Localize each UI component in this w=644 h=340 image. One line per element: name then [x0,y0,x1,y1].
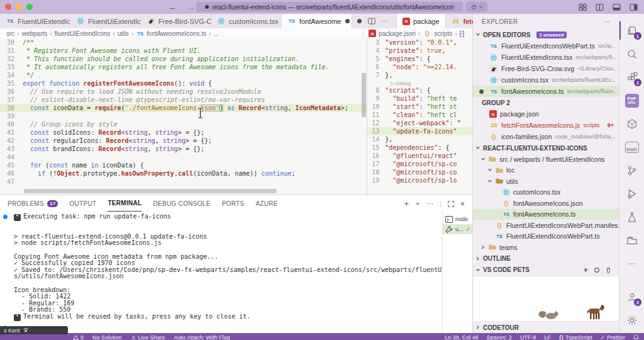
code-line-19[interactable]: 19 "@microsoft/sp-lo [367,176,472,184]
code-line-10[interactable]: 10 "start": "heft st [367,103,472,111]
terminal-output[interactable]: *Executing task: npm run update-fa-icons… [0,212,442,333]
code-editor-fontawesomeicons[interactable]: 30/**31 * Registers Font Awesome icons w… [0,38,367,195]
split-editor-icon[interactable] [596,4,604,11]
warning-count[interactable]: 0 [73,333,84,340]
project-section-header[interactable]: REACT-FLUENTUI-EXTEND-ICONS [473,142,619,154]
command-decoration-icon[interactable] [3,215,8,219]
code-line-17[interactable]: 17 "@microsoft/sp-co [367,160,472,168]
open-editor-item[interactable]: TSFluentUiExtendIconsWebPart.tssrc/we... [473,40,619,52]
status-eol[interactable]: LF [544,333,551,340]
activitybar-more[interactable]: ⋯ [619,252,644,275]
code-line-18[interactable]: 18 "@microsoft/sp-co [367,168,472,176]
zoom-window-button[interactable] [26,4,33,10]
code-line-43[interactable]: 43 const brandIcons: Record<string, stri… [0,145,367,153]
activitybar-folders[interactable] [619,229,644,252]
breadcrumb-item[interactable]: package.json [379,30,416,37]
status-auto-attach[interactable]: Auto Attach: With Flag [174,333,230,340]
code-editor-packagejson[interactable]: 3"version": "0.0.1",4"private": true,5"e… [367,38,472,195]
breadcrumb-item[interactable]: webparts [22,30,48,37]
open-editor-item[interactable]: customIcons.tsxsrc/webparts/fluentUiEx..… [473,74,619,86]
code-line-8[interactable]: 8"scripts": { [367,86,472,94]
breadcrumb-item[interactable]: utils [118,30,129,37]
pets-panel[interactable] [473,276,619,322]
code-line-31[interactable]: 31 * Registers Font Awesome icons with F… [0,47,367,55]
status-indentation[interactable]: Spaces: 2 [487,333,512,340]
activitybar-extensions[interactable]: 1 [619,65,644,89]
status-no-solution[interactable]: No Solution [92,333,122,340]
breadcrumb-item[interactable]: scripts [434,30,452,37]
toggle-sidebar-icon[interactable] [630,4,638,11]
tree-item[interactable]: TSfontAwesomeIcons.ts [473,209,619,220]
code-line-12[interactable]: 12 "eject-webpack": " [367,119,472,127]
maximize-panel-icon[interactable] [448,201,454,207]
add-pet-icon[interactable]: + [583,267,588,273]
code-line-5[interactable]: 5"engines": { [367,55,472,63]
tree-item[interactable]: customIcons.tsx [473,187,619,198]
code-line-15[interactable]: 15"dependencies": { [367,144,472,152]
panel-tab-ports[interactable]: PORTS [222,195,245,212]
code-line-9[interactable]: 9 "build": "heft te [367,94,472,103]
code-line-45[interactable]: 45 for (const name in iconData) { [0,161,367,169]
terminal-instance-node[interactable]: node [443,214,472,224]
split-editor-icon[interactable] [368,18,375,25]
code-line-14[interactable]: 14}, [367,135,472,144]
activitybar-testing[interactable] [619,205,644,229]
more-actions-icon[interactable]: ⋯ [382,17,389,25]
open-editor-item[interactable]: Free-Bird-SVG-Crow.svg~/Library/Clou... [473,63,619,74]
code-line-42[interactable]: 42 const regularIcons: Record<string, st… [0,137,367,145]
code-line-30[interactable]: 30/** [0,38,367,47]
panel-tab-problems[interactable]: PROBLEMS17 [8,195,58,212]
pet-horse[interactable] [585,303,606,320]
code-line-36[interactable]: 36 // Use require to load JSON without n… [0,88,367,96]
code-line-3[interactable]: 3"version": "0.0.1", [367,38,472,47]
status-cursor-position[interactable]: Ln 38, Col 49 [445,333,479,340]
activitybar-source-control[interactable] [619,159,644,182]
pet-squirrel[interactable] [538,307,560,320]
tree-item[interactable]: utils [473,176,619,187]
tab-fontAwesome[interactable]: TSfontAwesome [282,14,352,28]
activitybar-run-debug[interactable] [619,182,644,205]
panel-tab-azure[interactable]: AZURE [255,195,277,212]
tab-FluentUiExtendIco[interactable]: TSFluentUiExtendIco [0,14,70,28]
code-line-4[interactable]: 4"private": true, [367,47,472,55]
code-line-35[interactable]: 35export function registerFontAwesomeIco… [0,79,367,88]
terminal-instance-u[interactable]: u...✓ [443,224,472,234]
code-line-6[interactable]: 6 "node": ">=22.14. [367,63,472,71]
tab-customIcons.tsx[interactable]: customIcons.tsx [211,14,282,28]
code-line-11[interactable]: 11 "clean": "heft cl [367,111,472,119]
open-editor-item[interactable]: npackage.json [473,108,619,120]
close-panel-icon[interactable]: × [460,200,465,208]
outline-section-header[interactable]: OUTLINE [473,253,619,264]
code-line-33[interactable]: 33 * It automatically registers all free… [0,63,367,71]
code-line-40[interactable]: 40 // Group icons by style [0,120,367,128]
panel-tab-debug-console[interactable]: DEBUG CONSOLE [153,195,210,212]
explorer-more-icon[interactable]: ⋯ [604,18,610,25]
breadcrumb-item[interactable]: src [6,30,14,37]
tree-item[interactable]: {}FluentUiExtendIconsWebPart.manifes... [473,220,619,231]
open-editor-item[interactable]: {}icon-families.jsonnode_modules/@forta.… [473,131,619,142]
open-editor-item[interactable]: TSfontAwesomeIcons.tssrc/webparts/fluen.… [473,86,619,97]
roll-call-icon[interactable] [594,267,600,273]
activitybar-m365[interactable]: M365 [619,135,644,159]
terminal-dropdown-icon[interactable] [415,201,420,207]
code-line-34[interactable]: 34 */ [0,71,367,79]
command-center-title[interactable]: react-fluentui-extend-icons — src/webpar… [196,2,463,12]
activitybar-account[interactable]: 2 [619,285,644,309]
code-line-47[interactable]: 47 [0,178,367,186]
open-editors-header[interactable]: OPEN EDITORS 1 unsaved [473,29,619,40]
navigate-forward-icon[interactable]: → [187,3,195,12]
editor-scrollbar[interactable] [362,73,366,117]
breadcrumb-item[interactable]: ... [213,30,218,37]
customize-layout-icon[interactable] [579,4,587,11]
tab-Free-Bird-SVG-Cr[interactable]: Free-Bird-SVG-Cr [141,14,211,28]
breadcrumb-item[interactable]: fluentUiExtendIcons [55,30,111,37]
editor-horizontal-scrollbar[interactable] [24,189,277,193]
panel-tab-output[interactable]: OUTPUT [69,195,96,212]
code-line-41[interactable]: 41 const solidIcons: Record<string, stri… [0,128,367,137]
codelens-debug[interactable]: ▷ Debug [367,79,472,86]
tree-item[interactable]: teams [473,242,619,253]
tree-item[interactable]: loc [473,165,619,176]
tree-item[interactable]: TSFluentUiExtendIconsWebPart.ts [473,231,619,242]
panel-tab-terminal[interactable]: TERMINAL [108,195,142,212]
toggle-panel-icon[interactable] [613,4,621,11]
